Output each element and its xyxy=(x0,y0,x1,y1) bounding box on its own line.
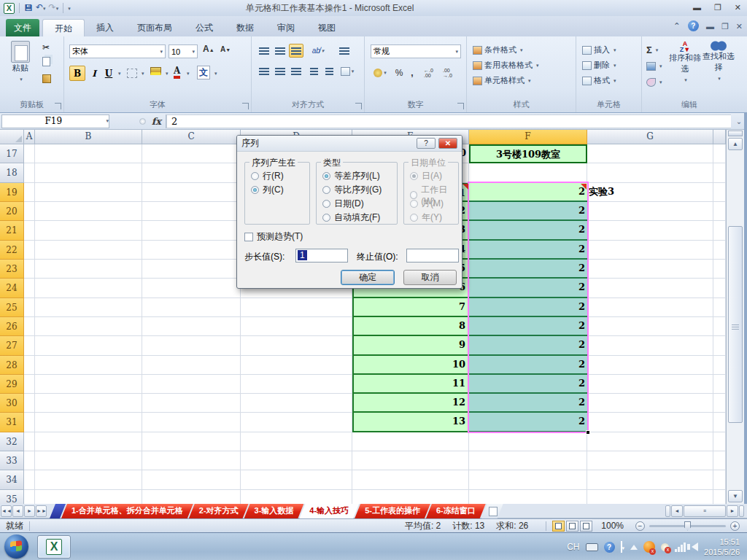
cell-E35[interactable] xyxy=(352,490,469,504)
show-hidden-icons[interactable] xyxy=(630,545,638,550)
cell-C20[interactable] xyxy=(142,202,241,221)
ribbon-tab-审阅[interactable]: 审阅 xyxy=(266,19,306,36)
fill-color-icon[interactable] xyxy=(150,67,161,75)
cell-F30[interactable]: 2 xyxy=(469,394,587,413)
decrease-decimal-icon[interactable]: .00 →.0 xyxy=(442,66,461,79)
radio-自动填充(F)[interactable]: 自动填充(F) xyxy=(322,211,380,224)
row-header-21[interactable]: 21 xyxy=(0,221,24,240)
cell-A30[interactable] xyxy=(24,394,35,413)
radio-等比序列(G)[interactable]: 等比序列(G) xyxy=(322,184,382,196)
cell-sliver[interactable] xyxy=(713,298,726,317)
cell-B31[interactable] xyxy=(35,413,142,432)
cell-C21[interactable] xyxy=(142,221,241,240)
cell-G30[interactable] xyxy=(587,394,713,413)
row-header-31[interactable]: 31 xyxy=(0,413,24,432)
vertical-scroll-thumb[interactable] xyxy=(728,226,743,423)
cell-E34[interactable] xyxy=(352,470,469,489)
row-header-29[interactable]: 29 xyxy=(0,375,24,394)
volume-icon[interactable] xyxy=(692,542,698,551)
cell-E32[interactable] xyxy=(352,432,469,451)
cell-F18[interactable] xyxy=(469,163,587,182)
cell-sliver[interactable] xyxy=(713,413,726,432)
row-header-35[interactable]: 35 xyxy=(0,490,24,504)
ribbon-tab-页面布局[interactable]: 页面布局 xyxy=(125,19,184,36)
cell-G34[interactable] xyxy=(587,470,713,489)
cell-G33[interactable] xyxy=(587,451,713,470)
merge-center-icon[interactable]: ▾ xyxy=(338,64,357,78)
zoom-out-icon[interactable]: − xyxy=(635,521,645,531)
decrease-indent-icon[interactable] xyxy=(306,64,321,78)
row-header-33[interactable]: 33 xyxy=(0,451,24,470)
radio-icon[interactable] xyxy=(322,186,330,194)
align-right-icon[interactable] xyxy=(289,64,303,78)
cell-sliver[interactable] xyxy=(713,375,726,394)
cell-F17[interactable]: 3号楼109教室 xyxy=(469,144,587,163)
radio-列(C)[interactable]: 列(C) xyxy=(251,184,284,196)
cell-D27[interactable] xyxy=(241,336,352,355)
help-icon[interactable]: ? xyxy=(688,20,699,31)
cell-B32[interactable] xyxy=(35,432,142,451)
name-box[interactable]: F19 ▾ xyxy=(1,114,109,128)
cell-D32[interactable] xyxy=(241,432,352,451)
cell-A20[interactable] xyxy=(24,202,35,221)
cell-A32[interactable] xyxy=(24,432,35,451)
row-header-34[interactable]: 34 xyxy=(0,470,24,489)
zoom-in-icon[interactable]: + xyxy=(730,521,740,531)
column-header-B[interactable]: B xyxy=(35,130,142,144)
row-header-32[interactable]: 32 xyxy=(0,432,24,451)
close-button[interactable]: ✕ xyxy=(735,2,741,12)
grow-font-icon[interactable]: A▲ xyxy=(203,44,214,54)
font-name-select[interactable]: 宋体▾ xyxy=(69,44,166,58)
cell-G31[interactable] xyxy=(587,413,713,432)
cell-F32[interactable] xyxy=(469,432,587,451)
column-header-A[interactable]: A xyxy=(24,130,35,144)
prev-sheet-icon[interactable]: ◄ xyxy=(12,505,23,517)
cell-sliver[interactable] xyxy=(713,144,726,163)
cell-sliver[interactable] xyxy=(713,356,726,375)
cell-A22[interactable] xyxy=(24,241,35,260)
cell-E29[interactable]: 11 xyxy=(352,375,469,394)
radio-icon[interactable] xyxy=(322,214,330,222)
copy-icon[interactable] xyxy=(42,57,50,66)
step-value-input[interactable]: 1 xyxy=(295,249,348,262)
radio-icon[interactable] xyxy=(322,172,330,180)
align-left-icon[interactable] xyxy=(257,64,271,78)
shrink-font-icon[interactable]: A▼ xyxy=(220,45,231,53)
dialog-close-button[interactable]: ✕ xyxy=(438,138,457,149)
radio-行(R)[interactable]: 行(R) xyxy=(251,170,284,182)
accounting-format-icon[interactable]: ▾ xyxy=(371,66,390,79)
cell-C25[interactable] xyxy=(142,298,241,317)
cell-A26[interactable] xyxy=(24,317,35,336)
button-删除[interactable]: 删除▾ xyxy=(582,58,616,73)
ribbon-tab-公式[interactable]: 公式 xyxy=(184,19,225,36)
button-条件格式[interactable]: 条件格式▾ xyxy=(473,42,539,58)
cell-A28[interactable] xyxy=(24,356,35,375)
sheet-tab-5-工作表的操作[interactable]: 5-工作表的操作 xyxy=(355,504,430,518)
cell-E27[interactable]: 9 xyxy=(352,336,469,355)
row-header-22[interactable]: 22 xyxy=(0,241,24,260)
cell-F33[interactable] xyxy=(469,451,587,470)
cell-D34[interactable] xyxy=(241,470,352,489)
cell-A27[interactable] xyxy=(24,336,35,355)
button-单元格样式[interactable]: 单元格样式▾ xyxy=(473,73,539,88)
radio-icon[interactable] xyxy=(251,172,259,180)
cell-C34[interactable] xyxy=(142,470,241,489)
cell-A17[interactable] xyxy=(24,144,35,163)
cell-sliver[interactable] xyxy=(713,317,726,336)
cell-E30[interactable]: 12 xyxy=(352,394,469,413)
cell-sliver[interactable] xyxy=(713,394,726,413)
cell-G18[interactable] xyxy=(587,163,713,182)
row-header-28[interactable]: 28 xyxy=(0,356,24,375)
cell-D30[interactable] xyxy=(241,394,352,413)
font-color-icon[interactable]: A xyxy=(174,66,180,79)
italic-button[interactable]: I xyxy=(88,66,101,81)
comma-style-icon[interactable]: , xyxy=(407,66,417,79)
scroll-up-icon[interactable]: ▲ xyxy=(728,138,743,150)
cell-F35[interactable] xyxy=(469,490,587,504)
trend-checkbox[interactable]: 预测趋势(T) xyxy=(244,230,303,243)
align-center-icon[interactable] xyxy=(273,64,287,78)
select-all-corner[interactable] xyxy=(0,130,24,144)
cell-B26[interactable] xyxy=(35,317,142,336)
row-header-19[interactable]: 19 xyxy=(0,183,24,202)
cell-A31[interactable] xyxy=(24,413,35,432)
